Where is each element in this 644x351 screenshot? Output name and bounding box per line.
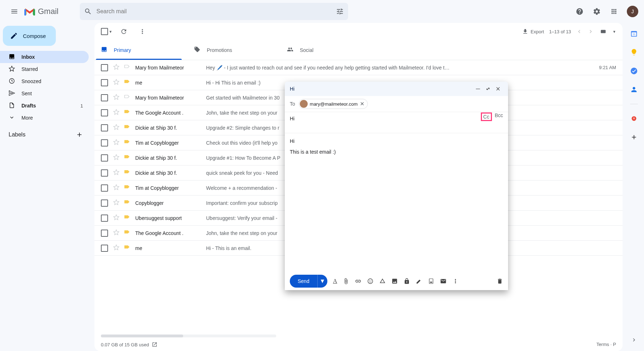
compose-header[interactable]: Hi ─ bbox=[285, 82, 508, 96]
row-checkbox[interactable] bbox=[101, 109, 108, 116]
minimize-icon[interactable]: ─ bbox=[473, 84, 483, 94]
star-icon[interactable] bbox=[113, 214, 119, 222]
star-icon[interactable] bbox=[113, 139, 119, 146]
signature-icon[interactable] bbox=[416, 278, 422, 284]
search-bar[interactable] bbox=[80, 3, 348, 20]
envelope-icon[interactable] bbox=[440, 278, 447, 284]
star-icon[interactable] bbox=[113, 109, 119, 116]
send-options-button[interactable]: ▼ bbox=[317, 275, 327, 288]
row-checkbox[interactable] bbox=[101, 199, 108, 207]
contacts-icon[interactable] bbox=[630, 85, 638, 94]
important-icon[interactable] bbox=[124, 139, 130, 146]
compose-body[interactable]: Hi This is a test email :) bbox=[285, 133, 508, 272]
image-icon[interactable] bbox=[391, 278, 398, 284]
attach-icon[interactable] bbox=[343, 278, 349, 284]
support-icon[interactable] bbox=[572, 4, 587, 19]
star-icon[interactable] bbox=[113, 79, 119, 86]
important-icon[interactable] bbox=[124, 154, 130, 162]
star-icon[interactable] bbox=[113, 199, 119, 207]
gmail-logo[interactable]: Gmail bbox=[24, 7, 58, 16]
horizontal-scrollbar[interactable] bbox=[101, 335, 276, 337]
add-label-icon[interactable] bbox=[76, 131, 83, 138]
row-checkbox[interactable] bbox=[101, 124, 108, 131]
compose-button[interactable]: Compose bbox=[3, 26, 56, 46]
important-icon[interactable] bbox=[124, 64, 130, 71]
important-icon[interactable] bbox=[124, 244, 130, 252]
select-dropdown-icon[interactable]: ▼ bbox=[109, 30, 112, 34]
important-icon[interactable] bbox=[124, 229, 130, 237]
important-icon[interactable] bbox=[124, 79, 130, 86]
important-icon[interactable] bbox=[124, 169, 130, 177]
send-button[interactable]: Send bbox=[290, 275, 317, 288]
confidential-icon[interactable] bbox=[404, 278, 410, 284]
row-checkbox[interactable] bbox=[101, 154, 108, 162]
select-all-checkbox[interactable] bbox=[101, 28, 108, 35]
account-avatar[interactable]: J bbox=[627, 6, 638, 17]
nav-inbox[interactable]: Inbox bbox=[0, 51, 89, 63]
next-page-icon[interactable] bbox=[587, 28, 594, 35]
export-button[interactable]: Export bbox=[522, 28, 544, 35]
row-checkbox[interactable] bbox=[101, 139, 108, 146]
important-icon[interactable] bbox=[124, 184, 130, 192]
row-checkbox[interactable] bbox=[101, 184, 108, 192]
input-tools-icon[interactable] bbox=[599, 28, 608, 35]
star-icon[interactable] bbox=[113, 229, 119, 237]
calendar-icon[interactable]: 31 bbox=[630, 29, 638, 38]
keep-icon[interactable] bbox=[630, 48, 638, 57]
row-checkbox[interactable] bbox=[101, 215, 108, 222]
tasks-icon[interactable] bbox=[630, 67, 638, 75]
nav-snoozed[interactable]: Snoozed bbox=[0, 75, 89, 87]
apps-icon[interactable] bbox=[607, 4, 621, 19]
format-icon[interactable]: A bbox=[333, 278, 337, 284]
search-input[interactable] bbox=[96, 8, 336, 15]
addon-icon[interactable] bbox=[630, 114, 638, 123]
row-checkbox[interactable] bbox=[101, 64, 108, 71]
row-checkbox[interactable] bbox=[101, 79, 108, 86]
input-tools-dropdown-icon[interactable]: ▼ bbox=[613, 30, 616, 34]
important-icon[interactable] bbox=[124, 124, 130, 131]
main-menu-button[interactable] bbox=[6, 3, 23, 20]
important-icon[interactable] bbox=[124, 214, 130, 222]
subject-input[interactable]: Hi bbox=[285, 112, 508, 133]
compose-more-icon[interactable] bbox=[452, 278, 459, 284]
footer-terms[interactable]: Terms · P bbox=[596, 342, 616, 347]
prev-page-icon[interactable] bbox=[576, 28, 582, 35]
nav-sent[interactable]: Sent bbox=[0, 87, 89, 100]
search-tune-icon[interactable] bbox=[336, 8, 344, 15]
refresh-button[interactable] bbox=[117, 24, 131, 39]
recipients-row[interactable]: To mary@mailmeteor.com ✕ Cc Bcc bbox=[285, 96, 508, 112]
emoji-icon[interactable] bbox=[367, 278, 374, 284]
drive-icon[interactable] bbox=[379, 278, 386, 284]
row-checkbox[interactable] bbox=[101, 169, 108, 177]
tab-primary[interactable]: Primary bbox=[94, 40, 187, 60]
remove-chip-icon[interactable]: ✕ bbox=[360, 101, 365, 107]
open-in-new-icon[interactable] bbox=[152, 342, 157, 347]
recipient-chip[interactable]: mary@mailmeteor.com ✕ bbox=[299, 99, 368, 109]
row-checkbox[interactable] bbox=[101, 245, 108, 252]
star-icon[interactable] bbox=[113, 169, 119, 177]
nav-starred[interactable]: Starred bbox=[0, 63, 89, 75]
important-icon[interactable] bbox=[124, 109, 130, 116]
star-icon[interactable] bbox=[113, 64, 119, 71]
star-icon[interactable] bbox=[113, 124, 119, 131]
nav-drafts[interactable]: Drafts1 bbox=[0, 100, 89, 112]
close-icon[interactable] bbox=[493, 84, 503, 94]
bcc-button[interactable]: Bcc bbox=[495, 112, 503, 121]
link-icon[interactable] bbox=[355, 278, 361, 284]
star-icon[interactable] bbox=[113, 184, 119, 192]
tab-promotions[interactable]: Promotions bbox=[187, 40, 280, 60]
file-icon[interactable] bbox=[428, 278, 434, 284]
more-actions-button[interactable] bbox=[135, 24, 150, 39]
collapse-panel-icon[interactable] bbox=[631, 337, 637, 345]
settings-icon[interactable] bbox=[590, 4, 604, 19]
add-panel-icon[interactable] bbox=[630, 133, 638, 141]
row-checkbox[interactable] bbox=[101, 94, 108, 101]
tab-social[interactable]: Social bbox=[280, 40, 374, 60]
cc-button[interactable]: Cc bbox=[481, 112, 492, 121]
nav-more[interactable]: More bbox=[0, 112, 89, 124]
star-icon[interactable] bbox=[113, 154, 119, 162]
star-icon[interactable] bbox=[113, 244, 119, 252]
star-icon[interactable] bbox=[113, 94, 119, 101]
popout-icon[interactable] bbox=[483, 84, 493, 94]
important-icon[interactable] bbox=[124, 94, 130, 101]
